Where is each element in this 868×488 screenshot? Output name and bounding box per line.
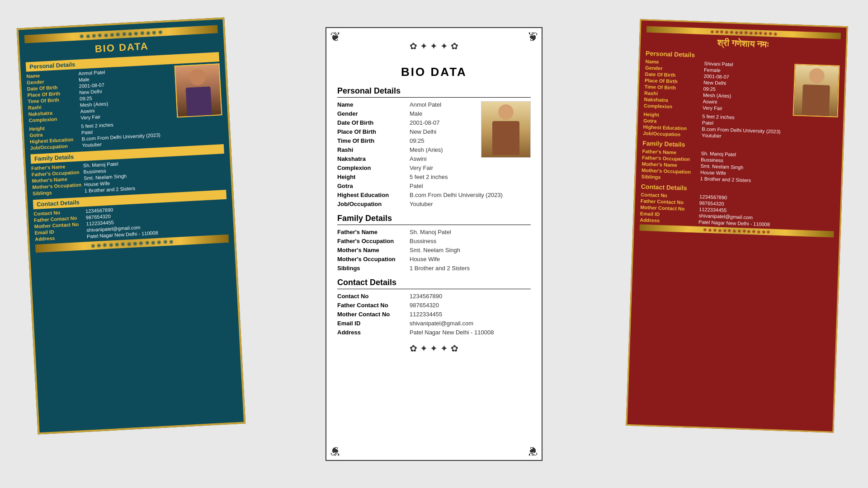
ornament-tr: ❦: [528, 31, 538, 43]
ornament-bl: ❦: [330, 445, 340, 457]
center-contact-header: Contact Details: [337, 278, 531, 289]
svg-text:❋ ❋ ❋ ❋ ❋ ❋ ❋ ❋ ❋ ❋ ❋ ❋ ❋ ❋: ❋ ❋ ❋ ❋ ❋ ❋ ❋ ❋ ❋ ❋ ❋ ❋ ❋ ❋: [90, 239, 174, 249]
center-row-tob: Time Of Birth 09:25: [337, 137, 476, 144]
center-row-education: Highest Education B.com From Delhi Unive…: [337, 192, 531, 198]
center-personal-header: Personal Details: [337, 86, 531, 98]
ornament-tl: ❦: [330, 31, 340, 43]
center-personal-area: Name Anmol Patel Gender Male Date Of Bir…: [337, 101, 531, 174]
card-right: ❋ ❋ ❋ ❋ ❋ ❋ ❋ ❋ ❋ ❋ ❋ ❋ ❋ ❋ श्री गणेशाय …: [626, 19, 848, 433]
right-personal-area: Name Shivani Patel Gender Female Date Of…: [644, 59, 840, 117]
center-card-title: BIO DATA: [337, 65, 531, 79]
center-row-address: Address Patel Nagar New Delhi - 110008: [337, 329, 531, 336]
center-row-complexion: Complexion Very Fair: [337, 164, 476, 171]
center-row-name: Name Anmol Patel: [337, 101, 476, 108]
left-photo-box: [175, 63, 222, 117]
center-row-mothercontact: Mother Contact No 1122334455: [337, 311, 531, 318]
center-photo-box: [481, 101, 531, 158]
center-row-fatherocc: Father's Occupation Bussiness: [337, 238, 531, 244]
center-row-dob: Date Of Birth 2001-08-07: [337, 119, 476, 126]
left-personal-fields: Name Anmol Patel Gender Male Date Of Bir…: [26, 66, 174, 126]
center-row-job: Job/Occupation Youtuber: [337, 201, 531, 207]
center-row-mothername: Mother's Name Smt. Neelam Singh: [337, 247, 531, 253]
left-personal-area: Name Anmol Patel Gender Male Date Of Bir…: [26, 63, 222, 125]
left-photo-person: [175, 64, 222, 117]
svg-text:❋ ❋ ❋ ❋ ❋ ❋ ❋ ❋ ❋ ❋ ❋ ❋ ❋ ❋: ❋ ❋ ❋ ❋ ❋ ❋ ❋ ❋ ❋ ❋ ❋ ❋ ❋ ❋: [710, 29, 777, 37]
center-ornament-bottom: ✿ ✦ ✦ ✦ ✿: [337, 343, 531, 354]
center-row-motherocc: Mother's Occupation House Wife: [337, 256, 531, 263]
right-photo-box: [793, 64, 840, 117]
center-row-rashi: Rashi Mesh (Aries): [337, 146, 476, 153]
card-center: ❦ ❦ ❦ ❦ ✿ ✦ ✦ ✦ ✿ BIO DATA Personal Deta…: [326, 27, 542, 461]
center-row-gotra: Gotra Patel: [337, 183, 531, 189]
ornament-br: ❦: [528, 445, 538, 457]
center-row-gender: Gender Male: [337, 110, 476, 117]
cards-container: ❋ ❋ ❋ ❋ ❋ ❋ ❋ ❋ ❋ ❋ ❋ ❋ ❋ ❋ BIO DATA Per…: [0, 0, 868, 488]
center-row-siblings: Siblings 1 Brother and 2 Sisters: [337, 265, 531, 272]
svg-text:❋ ❋ ❋ ❋ ❋ ❋ ❋ ❋ ❋ ❋ ❋ ❋ ❋ ❋: ❋ ❋ ❋ ❋ ❋ ❋ ❋ ❋ ❋ ❋ ❋ ❋ ❋ ❋: [80, 29, 163, 40]
center-personal-fields: Name Anmol Patel Gender Male Date Of Bir…: [337, 101, 476, 174]
center-ornament-top: ✿ ✦ ✦ ✦ ✿: [337, 41, 531, 52]
center-family-header: Family Details: [337, 214, 531, 225]
center-row-contactno: Contact No 1234567890: [337, 293, 531, 300]
center-row-height: Height 5 feet 2 inches: [337, 174, 531, 180]
svg-text:❋ ❋ ❋ ❋ ❋ ❋ ❋ ❋ ❋ ❋ ❋ ❋ ❋ ❋: ❋ ❋ ❋ ❋ ❋ ❋ ❋ ❋ ❋ ❋ ❋ ❋ ❋ ❋: [703, 227, 770, 235]
right-personal-fields: Name Shivani Patel Gender Female Date Of…: [644, 59, 791, 116]
center-row-nakshatra: Nakshatra Aswini: [337, 155, 476, 162]
center-photo-person: [481, 102, 530, 157]
center-row-email: Email ID shivanipatel@gmail.com: [337, 320, 531, 327]
right-photo-person: [794, 65, 839, 116]
center-row-pob: Place Of Birth New Delhi: [337, 128, 476, 135]
center-row-fathername: Father's Name Sh. Manoj Patel: [337, 229, 531, 235]
center-row-fathercontact: Father Contact No 987654320: [337, 302, 531, 309]
card-left: ❋ ❋ ❋ ❋ ❋ ❋ ❋ ❋ ❋ ❋ ❋ ❋ ❋ ❋ BIO DATA Per…: [17, 18, 245, 435]
